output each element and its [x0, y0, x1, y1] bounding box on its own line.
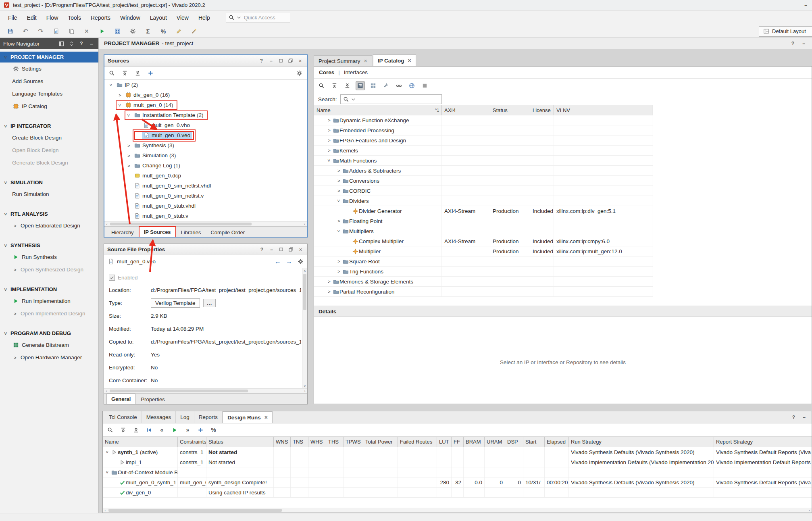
percent-button[interactable]: %: [158, 26, 169, 37]
tree-item[interactable]: mult_gen_0_stub.v: [133, 213, 190, 220]
search-button[interactable]: [317, 81, 326, 90]
catalog-row-fpga-features-and-design[interactable]: >FPGA Features and Design: [314, 135, 653, 146]
menu-file[interactable]: File: [3, 11, 22, 24]
minimize-icon[interactable]: –: [88, 40, 95, 47]
catalog-row-trig-functions[interactable]: >Trig Functions: [314, 267, 653, 277]
sidebar-item-open-implemented-design[interactable]: >Open Implemented Design: [0, 307, 98, 320]
wrench-button[interactable]: [381, 81, 391, 90]
runs-hscrollbar[interactable]: ‹›: [103, 508, 812, 513]
run-button[interactable]: [97, 26, 107, 37]
chevron-right-icon[interactable]: >: [336, 168, 342, 173]
minimize-icon[interactable]: –: [802, 2, 809, 8]
column-header-dsp[interactable]: DSP: [505, 437, 523, 447]
column-header-report-strategy[interactable]: Report Strategy: [714, 437, 811, 447]
collapse-all-button[interactable]: [330, 81, 339, 90]
catalog-search-field[interactable]: [340, 94, 442, 104]
run-row-mult-gen-0-synth-1[interactable]: mult_gen_0_synth_1mult_gen_0synth_design…: [103, 477, 812, 488]
sidebar-item-run-synthesis[interactable]: Run Synthesis: [0, 251, 98, 263]
column-header-name[interactable]: Name^1: [314, 105, 442, 115]
scroll-left-icon[interactable]: ‹: [104, 389, 109, 393]
sidebar-section-rtl-analysis[interactable]: >RTL ANALYSIS: [0, 208, 98, 219]
chevron-right-icon[interactable]: >: [326, 279, 332, 284]
scroll-down-icon[interactable]: ∨: [302, 383, 307, 388]
help-icon[interactable]: ?: [258, 246, 265, 253]
catalog-row-floating-point[interactable]: >Floating Point: [314, 216, 653, 226]
sidebar-section-ip-integrator[interactable]: >IP INTEGRATOR: [0, 121, 98, 131]
column-header-uram[interactable]: URAM: [485, 437, 505, 447]
layout-selector[interactable]: Default Layout: [759, 26, 812, 37]
program-device-button[interactable]: [112, 26, 123, 37]
properties-hscrollbar[interactable]: ‹›: [104, 388, 307, 393]
close-icon[interactable]: ×: [364, 58, 367, 64]
expand-all-button[interactable]: [343, 81, 352, 90]
stop-button[interactable]: [420, 81, 429, 90]
catalog-row-divider-generator[interactable]: Divider GeneratorAXI4-StreamProductionIn…: [314, 206, 653, 216]
catalog-row-dividers[interactable]: >Dividers: [314, 196, 653, 206]
arrow-left-icon[interactable]: ←: [274, 258, 281, 265]
sidebar-section-implementation[interactable]: >IMPLEMENTATION: [0, 284, 98, 295]
tab-log[interactable]: Log: [176, 411, 194, 423]
sidebar-item-create-block-design[interactable]: Create Block Design: [0, 131, 98, 144]
tab-reports[interactable]: Reports: [194, 411, 223, 423]
catalog-row-partial-reconfiguration[interactable]: >Partial Reconfiguration: [314, 287, 653, 297]
sidebar-section-program-and-debug[interactable]: >PROGRAM AND DEBUG: [0, 328, 98, 339]
catalog-row-adders-subtracters[interactable]: >Adders & Subtracters: [314, 166, 653, 176]
close-icon[interactable]: ×: [297, 58, 304, 64]
column-header-start[interactable]: Start: [523, 437, 545, 447]
scroll-right-icon[interactable]: ›: [302, 222, 307, 226]
sidebar-item-generate-block-design[interactable]: Generate Block Design: [0, 156, 98, 169]
tab-properties[interactable]: Properties: [136, 395, 169, 404]
float-icon[interactable]: [287, 58, 294, 64]
delete-button[interactable]: ×: [81, 26, 92, 37]
column-header-vlnv[interactable]: VLNV: [554, 105, 652, 115]
scroll-left-icon[interactable]: ‹: [104, 222, 109, 226]
catalog-row-conversions[interactable]: >Conversions: [314, 176, 653, 186]
catalog-row-complex-multiplier[interactable]: Complex MultiplierAXI4-StreamProductionI…: [314, 236, 653, 246]
minimize-icon[interactable]: –: [801, 414, 808, 421]
gear-icon[interactable]: [297, 258, 304, 265]
column-header-run-strategy[interactable]: Run Strategy: [569, 437, 714, 447]
column-header-status[interactable]: Status: [490, 105, 530, 115]
tree-node[interactable]: mult_gen_0_sim_netlist.v: [125, 192, 207, 200]
scroll-right-icon[interactable]: ›: [807, 508, 812, 513]
tab-ip-sources[interactable]: IP Sources: [139, 227, 176, 237]
tree-node[interactable]: mult_gen_0_sim_netlist.vhdl: [125, 182, 214, 190]
chevron-down-icon[interactable]: >: [126, 113, 132, 118]
tree-item[interactable]: mult_gen_0.veo: [142, 132, 192, 139]
view-tab-interfaces[interactable]: Interfaces: [344, 69, 368, 75]
tree-item[interactable]: IP(2): [115, 81, 139, 89]
run-row-impl-1[interactable]: impl_1constrs_1Not startedVivado Impleme…: [103, 457, 812, 467]
sidebar-item-generate-bitstream[interactable]: Generate Bitstream: [0, 339, 98, 351]
dock-icon[interactable]: [58, 40, 65, 47]
chevron-down-icon[interactable]: >: [336, 198, 342, 203]
scroll-right-icon[interactable]: ›: [302, 389, 307, 393]
scroll-up-icon[interactable]: ∧: [302, 268, 307, 273]
search-button[interactable]: [107, 69, 117, 78]
catalog-row-cordic[interactable]: >CORDIC: [314, 186, 653, 196]
chevron-down-icon[interactable]: >: [108, 83, 114, 88]
tree-node[interactable]: >Simulation(3): [125, 152, 179, 160]
fast-forward-button[interactable]: »: [183, 425, 192, 435]
chevron-right-icon[interactable]: >: [336, 178, 342, 183]
sidebar-item-open-elaborated-design[interactable]: >Open Elaborated Design: [0, 219, 98, 232]
sidebar-item-open-synthesized-design[interactable]: >Open Synthesized Design: [0, 263, 98, 276]
group-view-button[interactable]: [369, 81, 378, 90]
tree-item[interactable]: mult_gen_0_sim_netlist.vhdl: [133, 182, 212, 190]
expand-all-button[interactable]: [131, 425, 141, 435]
sigma-button[interactable]: Σ: [143, 26, 153, 37]
column-header-ff[interactable]: FF: [452, 437, 464, 447]
collapse-all-button[interactable]: [119, 425, 128, 435]
properties-vscrollbar[interactable]: ∧ ∨: [302, 268, 307, 388]
chevron-right-icon[interactable]: >: [336, 188, 342, 193]
tab-tcl-console[interactable]: Tcl Console: [104, 411, 142, 423]
scrollbar-thumb[interactable]: [303, 274, 306, 310]
tree-node[interactable]: mult_gen_0.vho: [134, 121, 193, 129]
chevron-right-icon[interactable]: >: [326, 118, 332, 123]
menu-edit[interactable]: Edit: [22, 11, 42, 24]
help-icon[interactable]: ?: [78, 40, 85, 47]
undo-button[interactable]: ↶: [20, 26, 31, 37]
column-header-axi4[interactable]: AXI4: [442, 105, 490, 115]
sidebar-item-settings[interactable]: Settings: [0, 63, 98, 75]
catalog-row-memories-storage-elements[interactable]: >Memories & Storage Elements: [314, 277, 653, 287]
tree-node[interactable]: >Instantiation Template(2): [125, 111, 207, 119]
